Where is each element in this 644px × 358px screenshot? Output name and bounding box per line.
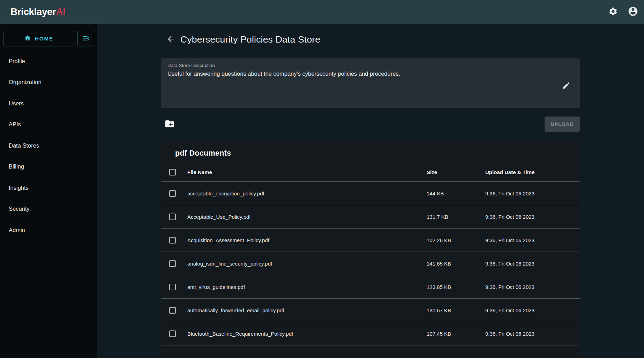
upload-date-cell: 9:36, Fri Oct 06 2023	[485, 284, 580, 290]
upload-date-cell: 9:36, Fri Oct 06 2023	[485, 237, 580, 243]
table-row[interactable]: Acquisition_Assessment_Policy.pdf 102.26…	[161, 229, 580, 252]
sidebar-nav-item[interactable]: Data Stores	[0, 135, 97, 156]
upload-date-cell: 9:36, Fri Oct 06 2023	[485, 307, 580, 313]
file-name-cell: analog_isdn_line_security_policy.pdf	[187, 261, 427, 267]
size-cell: 141.65 KB	[427, 261, 485, 267]
sidebar-nav-item[interactable]: Admin	[0, 219, 97, 241]
sidebar-nav-item-label: Organization	[9, 79, 42, 85]
sidebar-nav-item[interactable]: APIs	[0, 114, 97, 135]
arrow-back-icon	[166, 35, 175, 45]
documents-table-body: acceptable_encryption_policy.pdf 144 KB …	[161, 182, 580, 345]
row-checkbox[interactable]	[169, 190, 176, 197]
edit-icon	[562, 85, 570, 91]
settings-icon	[608, 7, 618, 17]
sidebar-nav-item-label: Security	[9, 206, 30, 212]
sidebar-nav-item[interactable]: Profile	[0, 51, 97, 72]
description-card: Data Store Description Useful for answer…	[161, 58, 580, 108]
column-header-size: Size	[427, 169, 485, 175]
sidebar-nav: Profile Organization Users APIs Data Sto…	[0, 51, 97, 241]
edit-description-button[interactable]	[562, 81, 570, 91]
logo-text: Bricklayer	[10, 6, 56, 17]
sidebar-nav-item-label: Data Stores	[9, 142, 39, 149]
home-button-label: HOME	[35, 36, 53, 42]
row-checkbox[interactable]	[169, 307, 176, 314]
topbar: BricklayerAI	[0, 0, 644, 24]
sidebar-nav-item-label: Insights	[9, 185, 29, 191]
main-content: Cybersecurity Policies Data Store Data S…	[97, 24, 644, 358]
back-button[interactable]	[166, 35, 175, 45]
row-checkbox[interactable]	[169, 330, 176, 337]
size-cell: 144 KB	[427, 191, 485, 196]
table-row[interactable]: analog_isdn_line_security_policy.pdf 141…	[161, 252, 580, 275]
sidebar-nav-item-label: Profile	[9, 58, 25, 65]
upload-button[interactable]: UPLOAD	[545, 117, 580, 132]
sidebar-nav-item-label: Admin	[9, 227, 25, 233]
documents-panel: pdf Documents File Name Size Upload Date…	[161, 139, 580, 358]
sidebar: HOME Profile Organization Users APIs Dat…	[0, 24, 97, 358]
page-title: Cybersecurity Policies Data Store	[180, 34, 320, 45]
home-button[interactable]: HOME	[3, 31, 74, 46]
app-logo: BricklayerAI	[10, 6, 65, 17]
file-name-cell: anti_virus_guidelines.pdf	[187, 284, 427, 290]
column-header-uploaded: Upload Date & Time	[485, 169, 580, 175]
file-name-cell: Acquisition_Assessment_Policy.pdf	[187, 237, 427, 243]
settings-button[interactable]	[608, 7, 618, 17]
file-name-cell: Acceptable_Use_Policy.pdf	[187, 214, 427, 220]
sidebar-nav-item[interactable]: Security	[0, 199, 97, 220]
actions-row: UPLOAD	[161, 117, 580, 132]
table-row[interactable]: anti_virus_guidelines.pdf 123.85 KB 9:36…	[161, 275, 580, 299]
sidebar-nav-item-label: Users	[9, 100, 24, 107]
row-checkbox[interactable]	[169, 260, 176, 267]
sidebar-nav-item-label: APIs	[9, 121, 21, 128]
size-cell: 131.7 KB	[427, 214, 485, 220]
size-cell: 102.26 KB	[427, 237, 485, 243]
upload-date-cell: 9:36, Fri Oct 06 2023	[485, 214, 580, 220]
sidebar-nav-item[interactable]: Organization	[0, 72, 97, 93]
page-header: Cybersecurity Policies Data Store	[161, 34, 580, 45]
file-name-cell: Bluetooth_Baseline_Requirements_Policy.p…	[187, 331, 427, 337]
description-value: Useful for answering questions about the…	[167, 70, 573, 77]
file-name-cell: automatically_forwarded_email_policy.pdf	[187, 307, 427, 313]
topbar-actions	[608, 6, 638, 18]
collapse-sidebar-button[interactable]	[77, 31, 94, 46]
documents-table-header: File Name Size Upload Date & Time	[161, 163, 580, 182]
home-icon	[24, 35, 31, 43]
file-name-cell: acceptable_encryption_policy.pdf	[187, 191, 427, 196]
size-cell: 130.67 KB	[427, 307, 485, 313]
sidebar-nav-item[interactable]: Users	[0, 93, 97, 114]
sidebar-nav-item-label: Billing	[9, 163, 24, 170]
table-row[interactable]: Bluetooth_Baseline_Requirements_Policy.p…	[161, 322, 580, 345]
documents-panel-title: pdf Documents	[175, 149, 580, 158]
row-checkbox[interactable]	[169, 214, 176, 220]
sidebar-nav-item[interactable]: Insights	[0, 177, 97, 199]
description-label: Data Store Description	[167, 63, 573, 68]
column-header-file-name: File Name	[187, 169, 427, 175]
logo-accent: AI	[56, 6, 65, 17]
size-cell: 107.45 KB	[427, 331, 485, 337]
account-icon	[628, 6, 638, 18]
sidebar-nav-item[interactable]: Billing	[0, 156, 97, 178]
table-row[interactable]: automatically_forwarded_email_policy.pdf…	[161, 299, 580, 322]
create-new-folder-icon	[164, 119, 175, 130]
account-button[interactable]	[628, 6, 638, 18]
upload-date-cell: 9:36, Fri Oct 06 2023	[485, 191, 580, 196]
row-checkbox[interactable]	[169, 284, 176, 290]
upload-date-cell: 9:36, Fri Oct 06 2023	[485, 331, 580, 337]
size-cell: 123.85 KB	[427, 284, 485, 290]
upload-date-cell: 9:36, Fri Oct 06 2023	[485, 261, 580, 267]
table-row[interactable]: acceptable_encryption_policy.pdf 144 KB …	[161, 182, 580, 205]
select-all-checkbox[interactable]	[169, 169, 176, 176]
row-checkbox[interactable]	[169, 237, 176, 244]
menu-open-icon	[82, 34, 90, 44]
add-folder-button[interactable]	[164, 119, 175, 130]
table-row[interactable]: Acceptable_Use_Policy.pdf 131.7 KB 9:36,…	[161, 205, 580, 229]
